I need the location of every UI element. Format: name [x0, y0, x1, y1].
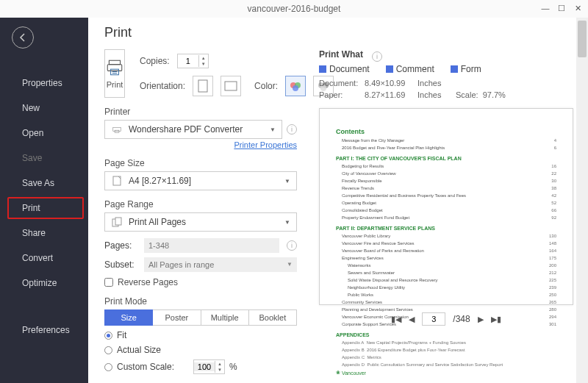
back-button[interactable] — [12, 26, 34, 49]
pager-prev-button[interactable]: ◀ — [409, 315, 415, 324]
pagesize-select[interactable]: A4 [8.27×11.69] ▼ — [104, 171, 297, 190]
pagerange-section-label: Page Range — [104, 199, 297, 210]
custom-scale-stepper[interactable]: ▲▼ — [193, 359, 225, 374]
vertical-scrollbar[interactable] — [576, 18, 588, 383]
pagerange-select[interactable]: Print All Pages ▼ — [104, 212, 297, 232]
copies-up[interactable]: ▲ — [199, 55, 208, 61]
actual-size-radio[interactable]: Actual Size — [104, 345, 297, 355]
print-icon-label: Print — [107, 80, 123, 89]
pager-total: /348 — [453, 314, 470, 324]
pager-first-button[interactable]: ▮◀ — [391, 315, 401, 324]
print-document-checkbox[interactable]: Document — [319, 64, 370, 74]
sidebar-item-save-as[interactable]: Save As — [0, 171, 88, 196]
printer-select[interactable]: Wondershare PDF Converter ▼ — [104, 120, 282, 139]
svg-rect-1 — [107, 65, 122, 71]
sidebar-item-print[interactable]: Print — [0, 196, 88, 221]
close-button[interactable]: ✕ — [572, 2, 584, 14]
pagesize-section-label: Page Size — [104, 158, 297, 168]
pager-last-button[interactable]: ▶▮ — [491, 315, 501, 324]
window-title: vancouver-2016-budget — [248, 4, 341, 14]
svg-rect-6 — [225, 82, 237, 90]
selection-highlight — [7, 197, 84, 219]
main-panel: Print Print Copies: ▲▼ — [88, 18, 588, 383]
svg-rect-14 — [115, 130, 119, 133]
printmode-tabs: Size Poster Multiple Booklet — [104, 309, 297, 326]
sidebar-item-optimize[interactable]: Optimize — [0, 271, 88, 296]
sidebar-item-open[interactable]: Open — [0, 121, 88, 146]
radio-dot — [104, 346, 112, 354]
page-icon — [111, 175, 123, 187]
pager-next-button[interactable]: ▶ — [478, 315, 484, 324]
pages-info-icon[interactable]: i — [287, 240, 297, 251]
pager-page-input[interactable] — [422, 312, 445, 326]
tab-poster[interactable]: Poster — [153, 309, 201, 326]
svg-rect-17 — [115, 218, 121, 225]
custom-scale-input[interactable] — [194, 362, 215, 371]
printer-small-icon — [111, 124, 123, 135]
svg-point-9 — [293, 85, 298, 91]
radio-dot — [104, 332, 112, 340]
page-title: Print — [104, 25, 573, 40]
print-what-info-icon[interactable]: i — [372, 51, 382, 62]
orientation-landscape-button[interactable] — [220, 76, 241, 96]
copies-down[interactable]: ▼ — [199, 61, 208, 67]
reverse-pages-checkbox[interactable]: Reverse Pages — [104, 277, 297, 287]
color-label: Color: — [254, 81, 278, 91]
subset-select[interactable]: All Pages in range — [144, 257, 297, 272]
titlebar: vancouver-2016-budget — ☐ ✕ — [0, 0, 588, 18]
printer-section-label: Printer — [104, 107, 297, 117]
printer-icon — [105, 58, 124, 77]
orientation-portrait-button[interactable] — [193, 76, 213, 96]
printmode-section-label: Print Mode — [104, 296, 297, 307]
radio-dot — [104, 363, 112, 371]
sidebar-item-convert[interactable]: Convert — [0, 246, 88, 271]
printer-properties-link[interactable]: Printer Properties — [104, 140, 297, 149]
tab-size[interactable]: Size — [104, 309, 153, 326]
svg-rect-0 — [109, 60, 120, 64]
print-comment-checkbox[interactable]: Comment — [386, 64, 434, 74]
custom-scale-radio[interactable]: Custom Scale: ▲▼ % — [104, 359, 297, 374]
sidebar-item-new[interactable]: New — [0, 96, 88, 121]
orientation-label: Orientation: — [140, 81, 185, 91]
pages-icon — [111, 216, 123, 228]
portrait-icon — [198, 79, 208, 93]
pagerange-value: Print All Pages — [129, 217, 186, 227]
tab-booklet[interactable]: Booklet — [249, 309, 297, 326]
sidebar-item-properties[interactable]: Properties — [0, 71, 88, 96]
scrollbar-thumb[interactable] — [578, 21, 587, 57]
copies-label: Copies: — [140, 56, 170, 66]
fit-radio[interactable]: Fit — [104, 330, 297, 340]
color-button[interactable] — [285, 76, 306, 96]
tab-multiple[interactable]: Multiple — [201, 309, 249, 326]
maximize-button[interactable]: ☐ — [556, 2, 567, 14]
pagesize-value: A4 [8.27×11.69] — [129, 176, 191, 186]
caret-down-icon: ▼ — [284, 219, 290, 226]
minimize-button[interactable]: — — [539, 2, 551, 14]
sidebar-item-save: Save — [0, 146, 88, 171]
subset-label: Subset: — [104, 259, 141, 270]
sidebar-item-preferences[interactable]: Preferences — [0, 318, 88, 343]
svg-rect-5 — [198, 80, 207, 92]
printer-value: Wondershare PDF Converter — [129, 124, 243, 135]
sidebar-item-share[interactable]: Share — [0, 221, 88, 246]
print-form-checkbox[interactable]: Form — [451, 64, 481, 74]
page-preview: Contents Message from the City Manager4 … — [319, 108, 573, 305]
print-what-heading: Print What — [319, 49, 363, 60]
pages-input[interactable] — [144, 238, 279, 253]
copies-input[interactable] — [178, 57, 198, 65]
copies-stepper[interactable]: ▲▼ — [177, 54, 209, 68]
chevron-left-icon — [18, 33, 27, 42]
color-icon — [289, 81, 302, 91]
dimensions-table: Document:8.49×10.99Inches Paper:8.27×11.… — [319, 79, 573, 99]
landscape-icon — [224, 81, 237, 91]
pages-label: Pages: — [104, 240, 141, 251]
svg-rect-13 — [113, 128, 121, 132]
caret-down-icon: ▼ — [284, 178, 290, 185]
print-icon-box[interactable]: Print — [104, 49, 125, 98]
printer-info-icon[interactable]: i — [287, 124, 297, 135]
caret-down-icon: ▼ — [270, 126, 276, 133]
sidebar: Properties New Open Save Save As Print S… — [0, 18, 88, 383]
sidebar-item-label: Print — [22, 203, 40, 213]
vancouver-logo: ❀ Vancouver — [336, 370, 556, 376]
